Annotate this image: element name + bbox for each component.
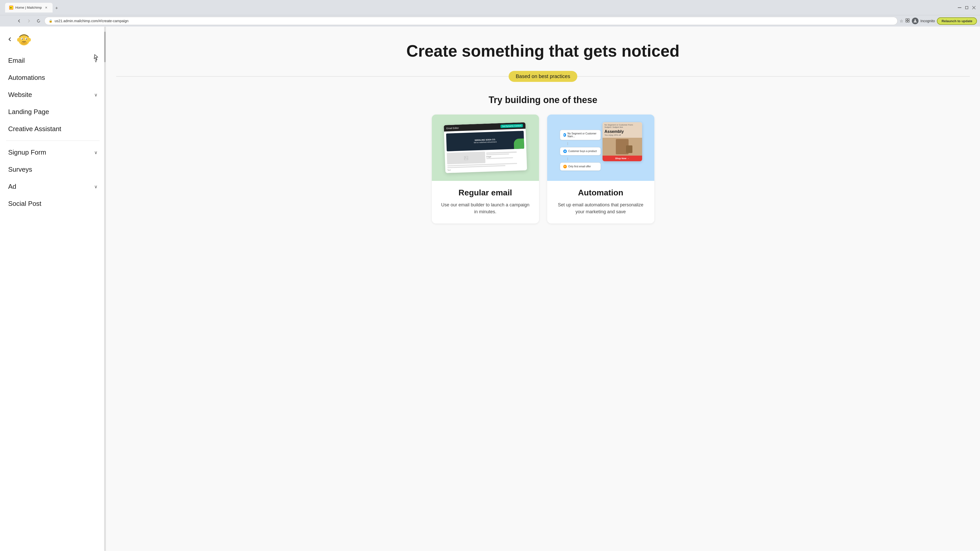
main-content: Create something that gets noticed Based… — [106, 27, 980, 551]
sidebar-header — [0, 27, 106, 49]
svg-point-18 — [28, 38, 31, 41]
svg-rect-2 — [958, 7, 961, 8]
reload-button[interactable] — [35, 17, 42, 25]
campaign-cards-row: Email Editor Set Dynamic Content SEEDLIN… — [116, 114, 970, 224]
chevron-down-icon: ∨ — [94, 92, 97, 98]
sidebar-item-surveys[interactable]: Surveys — [0, 161, 106, 178]
svg-point-20 — [465, 157, 466, 157]
relaunch-button[interactable]: Relaunch to update — [937, 17, 977, 25]
close-button[interactable] — [971, 5, 977, 11]
automation-description: Set up email automations that personaliz… — [555, 202, 646, 215]
sidebar-item-website[interactable]: Website ∨ — [0, 86, 106, 103]
chevron-down-icon: ∨ — [94, 184, 97, 189]
svg-rect-3 — [966, 6, 968, 9]
address-bar-row: 🔒 us21.admin.mailchimp.com/#/create-camp… — [0, 15, 980, 27]
sidebar-item-website-label: Website — [8, 91, 32, 99]
auto-node-email: ✉ Only first email offer — [560, 162, 601, 171]
lock-icon: 🔒 — [49, 19, 52, 23]
sidebar-item-social-post-label: Social Post — [8, 200, 41, 208]
mock-toolbar-btn: Set Dynamic Content — [501, 124, 523, 128]
regular-email-card[interactable]: Email Editor Set Dynamic Content SEEDLIN… — [432, 114, 539, 224]
svg-rect-7 — [908, 19, 909, 20]
mock-image-row: Image — [447, 150, 525, 164]
auto-condition-icon: ◆ — [563, 149, 567, 153]
hero-title: Create something that gets noticed — [116, 42, 970, 61]
sidebar-item-surveys-label: Surveys — [8, 165, 32, 173]
auto-email-icon: ✉ — [563, 165, 567, 168]
tab-close-button[interactable]: ✕ — [44, 5, 48, 10]
regular-email-description: Use our email builder to launch a campai… — [440, 202, 531, 215]
svg-rect-6 — [906, 19, 907, 20]
svg-point-12 — [21, 41, 27, 44]
maximize-button[interactable] — [964, 5, 970, 11]
automation-card-image: ▶ No Segment or Customer Nam... ◆ Custom… — [547, 114, 654, 181]
sidebar-navigation: Email ∨ Automations Website ∨ Landing Pa… — [0, 49, 106, 551]
mock-email-body: SEEDLING SODA CO. We've redefined refres… — [444, 129, 527, 173]
automation-card[interactable]: ▶ No Segment or Customer Nam... ◆ Custom… — [547, 114, 654, 224]
url-text: us21.admin.mailchimp.com/#/create-campai… — [55, 19, 128, 23]
minimize-button[interactable] — [956, 5, 963, 11]
svg-rect-9 — [908, 21, 909, 22]
sidebar-item-email-label: Email — [8, 57, 25, 65]
svg-point-16 — [26, 38, 27, 40]
tab-favicon: M — [9, 6, 13, 10]
extend-tab-icon[interactable] — [905, 18, 910, 24]
sidebar-item-signup-form-label: Signup Form — [8, 148, 46, 156]
auto-node-trigger: ▶ No Segment or Customer Nam... — [560, 130, 601, 140]
auto-trigger-icon: ▶ — [563, 133, 566, 137]
active-tab[interactable]: M Home | Mailchimp ✕ — [5, 3, 52, 13]
chevron-down-icon: ∨ — [94, 58, 97, 64]
bookmark-icon[interactable]: ☆ — [900, 19, 903, 24]
svg-point-10 — [915, 19, 916, 21]
sidebar-back-button[interactable] — [6, 36, 13, 43]
svg-rect-8 — [906, 21, 907, 22]
email-editor-mockup: Email Editor Set Dynamic Content SEEDLIN… — [444, 122, 527, 173]
profile-avatar[interactable] — [912, 17, 918, 24]
divider-section: Based on best practices — [116, 71, 970, 82]
sidebar-item-automations-label: Automations — [8, 74, 45, 82]
svg-point-17 — [17, 38, 20, 41]
mock-header-image: SEEDLING SODA CO. We've redefined refres… — [446, 130, 524, 151]
incognito-label: Incognito — [921, 19, 935, 23]
regular-email-title: Regular email — [440, 188, 531, 197]
sidebar-item-landing-page-label: Landing Page — [8, 108, 49, 116]
mock-leaf-decoration — [514, 138, 524, 149]
chevron-down-icon: ∨ — [94, 150, 97, 156]
svg-rect-19 — [464, 156, 468, 160]
address-bar[interactable]: 🔒 us21.admin.mailchimp.com/#/create-camp… — [45, 17, 897, 25]
forward-nav-button[interactable] — [25, 17, 33, 25]
sidebar-item-landing-page[interactable]: Landing Page — [0, 103, 106, 121]
best-practices-badge: Based on best practices — [509, 71, 577, 82]
automation-title: Automation — [555, 188, 646, 197]
mock-image-placeholder — [447, 151, 485, 164]
sidebar-item-automations[interactable]: Automations — [0, 69, 106, 86]
sidebar-item-email[interactable]: Email ∨ — [0, 52, 106, 69]
auto-node-condition: ◆ Customer buys a product — [560, 147, 601, 156]
sidebar-item-creative-assistant-label: Creative Assistant — [8, 125, 61, 133]
new-tab-button[interactable]: + — [53, 5, 60, 12]
svg-point-15 — [22, 38, 23, 40]
try-title: Try building one of these — [116, 95, 970, 105]
sidebar-item-social-post[interactable]: Social Post — [0, 195, 106, 212]
tab-bar: M Home | Mailchimp ✕ + — [5, 3, 60, 13]
svg-text:M: M — [10, 6, 12, 9]
automation-card-content: Automation Set up email automations that… — [547, 181, 654, 224]
sidebar-scrollbar-thumb — [104, 32, 106, 62]
sidebar-item-ad-label: Ad — [8, 183, 16, 191]
sidebar: Email ∨ Automations Website ∨ Landing Pa… — [0, 27, 106, 551]
mailchimp-logo — [16, 32, 32, 47]
app-container: Email ∨ Automations Website ∨ Landing Pa… — [0, 27, 980, 551]
back-nav-button[interactable] — [15, 17, 23, 25]
mock-company-name: SEEDLING SODA CO. We've redefined refres… — [474, 138, 496, 144]
sidebar-item-signup-form[interactable]: Signup Form ∨ — [0, 144, 106, 161]
sidebar-item-creative-assistant[interactable]: Creative Assistant — [0, 121, 106, 138]
regular-email-card-content: Regular email Use our email builder to l… — [432, 181, 539, 224]
browser-tab-bar: M Home | Mailchimp ✕ + — [0, 0, 980, 15]
tab-title: Home | Mailchimp — [15, 6, 42, 10]
sidebar-scrollbar[interactable] — [104, 27, 106, 551]
regular-email-card-image: Email Editor Set Dynamic Content SEEDLIN… — [432, 114, 539, 181]
sidebar-item-ad[interactable]: Ad ∨ — [0, 178, 106, 195]
